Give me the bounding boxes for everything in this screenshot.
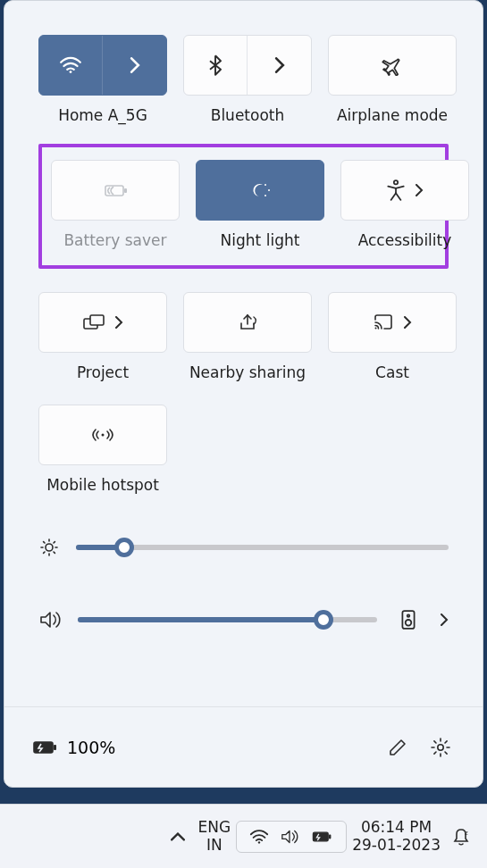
tiles-row-2: Battery saver Night light Accessibility (51, 160, 436, 249)
edit-button[interactable] (382, 732, 413, 763)
chevron-right-icon (403, 316, 412, 329)
svg-rect-20 (329, 834, 331, 839)
airplane-icon (381, 54, 404, 76)
svg-point-3 (264, 184, 266, 186)
svg-text:z: z (465, 830, 468, 837)
airplane-cell: Airplane mode (328, 35, 457, 124)
brightness-icon (38, 537, 60, 558)
battery-saver-tile[interactable] (51, 160, 180, 221)
wifi-tile[interactable] (38, 35, 167, 96)
taskbar: ENG IN 06:14 PM 29-01-2023 z (0, 804, 487, 868)
notification-dnd-icon: z (451, 827, 471, 847)
cast-label: Cast (375, 363, 409, 381)
svg-point-11 (46, 544, 53, 551)
battery-saver-cell: Battery saver (51, 160, 180, 249)
accessibility-label: Accessibility (358, 231, 452, 249)
night-light-tile[interactable] (196, 160, 324, 221)
svg-rect-8 (90, 315, 104, 325)
cast-tile[interactable] (328, 292, 457, 353)
bluetooth-toggle[interactable] (184, 36, 248, 95)
system-tray[interactable] (236, 821, 347, 853)
wifi-expand[interactable] (103, 36, 166, 95)
svg-rect-2 (124, 188, 127, 193)
speaker-device-icon (401, 610, 416, 630)
language-indicator[interactable]: ENG IN (198, 819, 231, 854)
hotspot-icon (91, 426, 114, 444)
clock[interactable]: 06:14 PM 29-01-2023 (352, 819, 441, 854)
volume-icon (280, 829, 299, 845)
svg-rect-16 (54, 745, 56, 750)
brightness-row (38, 537, 449, 558)
svg-point-13 (407, 614, 410, 617)
language-line-2: IN (198, 837, 231, 855)
chevron-right-icon (130, 57, 140, 73)
gear-icon (430, 737, 451, 758)
tiles-row-4: Mobile hotspot (38, 405, 449, 494)
battery-saver-label: Battery saver (63, 231, 166, 249)
audio-output-button[interactable] (393, 605, 424, 635)
bluetooth-cell: Bluetooth (183, 35, 312, 124)
accessibility-icon (386, 179, 406, 201)
cast-icon (373, 313, 394, 331)
svg-rect-15 (34, 742, 53, 753)
wifi-cell: Home A_5G (38, 35, 167, 124)
settings-button[interactable] (425, 732, 456, 763)
chevron-right-icon (114, 316, 123, 329)
svg-point-14 (406, 620, 412, 626)
tiles-row-3: Project Nearby sharing Cast (38, 292, 449, 381)
pencil-icon (388, 738, 407, 757)
nearby-tile[interactable] (183, 292, 312, 353)
nearby-sharing-icon (237, 313, 258, 332)
accessibility-cell: Accessibility (340, 160, 469, 249)
hotspot-cell: Mobile hotspot (38, 405, 167, 494)
bluetooth-label: Bluetooth (211, 106, 285, 124)
project-tile[interactable] (38, 292, 167, 353)
brightness-slider[interactable] (76, 545, 449, 550)
bluetooth-expand[interactable] (248, 36, 311, 95)
battery-charging-icon (310, 830, 333, 844)
wifi-label: Home A_5G (58, 106, 147, 124)
svg-rect-19 (314, 832, 329, 841)
quick-settings-panel: Home A_5G Bluetooth Airplane mode (4, 0, 483, 788)
bluetooth-icon (208, 54, 223, 76)
chevron-right-icon[interactable] (440, 613, 449, 626)
battery-status[interactable]: 100% (31, 738, 115, 757)
volume-icon (38, 610, 62, 630)
cast-cell: Cast (328, 292, 457, 381)
tiles-row-1: Home A_5G Bluetooth Airplane mode (38, 35, 449, 124)
highlight-annotation: Battery saver Night light Accessibility (38, 144, 449, 269)
volume-row (38, 605, 449, 635)
battery-charging-icon (31, 739, 58, 756)
svg-point-9 (375, 328, 377, 330)
airplane-tile[interactable] (328, 35, 457, 96)
night-light-icon (248, 179, 273, 201)
wifi-toggle[interactable] (39, 36, 103, 95)
accessibility-tile[interactable] (340, 160, 469, 221)
svg-point-10 (102, 434, 105, 437)
hotspot-tile[interactable] (38, 405, 167, 465)
volume-slider[interactable] (78, 617, 377, 622)
wifi-icon (59, 56, 82, 74)
nearby-cell: Nearby sharing (183, 292, 312, 381)
date-text: 29-01-2023 (352, 837, 441, 855)
airplane-label: Airplane mode (337, 106, 448, 124)
hotspot-label: Mobile hotspot (46, 476, 159, 494)
night-light-label: Night light (221, 231, 300, 249)
battery-saver-icon (102, 181, 129, 199)
chevron-right-icon (415, 184, 424, 196)
tray-overflow-button[interactable] (163, 822, 193, 852)
notifications-button[interactable]: z (446, 822, 476, 852)
language-line-1: ENG (198, 819, 231, 837)
night-light-cell: Night light (196, 160, 324, 249)
svg-point-18 (258, 841, 260, 843)
chevron-right-icon (274, 57, 285, 73)
project-cell: Project (38, 292, 167, 381)
battery-text: 100% (67, 738, 115, 757)
project-icon (82, 313, 105, 331)
svg-point-4 (268, 189, 270, 191)
svg-point-17 (438, 744, 443, 749)
nearby-label: Nearby sharing (189, 363, 306, 381)
bluetooth-tile[interactable] (183, 35, 312, 96)
svg-point-5 (264, 195, 266, 196)
svg-point-0 (70, 71, 72, 73)
